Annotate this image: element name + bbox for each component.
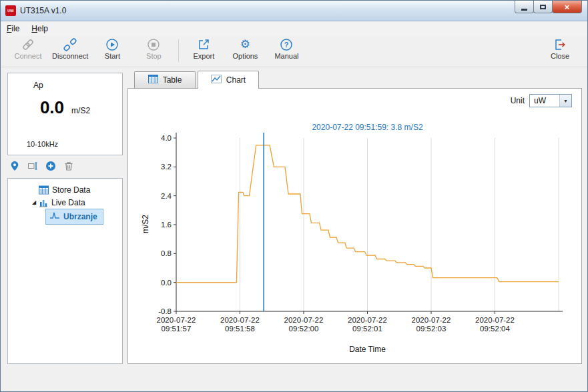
tab-chart[interactable]: Chart xyxy=(198,71,259,89)
tree-item-ubrzanje[interactable]: Ubrzanje xyxy=(45,209,103,225)
chart-svg[interactable]: 4.03.22.41.60.80.0-0.82020-07-2209:51:57… xyxy=(128,89,583,365)
svg-text:2020-07-22: 2020-07-22 xyxy=(284,316,324,324)
unit-select-value: uW xyxy=(530,95,559,107)
menu-help[interactable]: Help xyxy=(25,22,54,35)
reading-bandwidth: 10-10kHz xyxy=(27,140,58,148)
start-label: Start xyxy=(105,52,120,60)
chart-icon xyxy=(211,75,222,85)
maximize-button[interactable] xyxy=(533,1,553,13)
title-bar[interactable]: UNI UT315A v1.0 xyxy=(1,1,587,21)
play-icon xyxy=(105,38,119,51)
window-controls: × xyxy=(515,1,582,13)
svg-text:2020-07-22: 2020-07-22 xyxy=(412,316,451,324)
tab-chart-label: Chart xyxy=(226,75,246,85)
gear-icon: ⚙ xyxy=(240,38,250,51)
svg-text:09:51:58: 09:51:58 xyxy=(225,325,255,333)
window-title: UT315A v1.0 xyxy=(20,6,66,15)
svg-text:09:52:04: 09:52:04 xyxy=(480,325,510,333)
options-label: Options xyxy=(232,52,258,60)
toolbar-separator xyxy=(178,39,179,62)
data-tree: Store Data ◢ Live Data Ubrzanje xyxy=(7,178,123,364)
app-logo-icon: UNI xyxy=(5,5,16,16)
svg-text:-0.8: -0.8 xyxy=(158,307,172,315)
close-app-label: Close xyxy=(551,52,569,60)
svg-text:2.4: 2.4 xyxy=(161,192,172,200)
svg-text:3.2: 3.2 xyxy=(161,163,172,171)
store-data-icon xyxy=(39,185,49,195)
rename-icon xyxy=(27,161,38,171)
add-button[interactable] xyxy=(45,161,56,174)
svg-text:09:51:57: 09:51:57 xyxy=(162,325,192,333)
manual-label: Manual xyxy=(274,52,298,60)
trash-icon xyxy=(63,161,74,171)
tab-table[interactable]: Table xyxy=(134,71,196,88)
svg-text:2020-07-22: 2020-07-22 xyxy=(157,316,196,324)
minimize-button[interactable] xyxy=(515,1,534,13)
svg-text:09:52:03: 09:52:03 xyxy=(416,325,447,333)
options-button[interactable]: ⚙ Options xyxy=(224,38,266,60)
menu-bar: File Help xyxy=(1,21,587,36)
svg-text:4.0: 4.0 xyxy=(161,134,172,142)
stop-icon xyxy=(147,38,160,51)
tree-item-live-data[interactable]: ◢ Live Data xyxy=(8,196,122,209)
link-icon xyxy=(21,38,35,51)
delete-button[interactable] xyxy=(63,161,74,174)
svg-text:09:52:01: 09:52:01 xyxy=(352,325,382,333)
export-icon xyxy=(197,38,210,51)
toolbar: Connect Disconnect Start Stop Export xyxy=(1,36,587,67)
tree-item-store-data[interactable]: Store Data xyxy=(8,183,122,196)
export-button[interactable]: Export xyxy=(183,38,224,60)
svg-text:0.8: 0.8 xyxy=(161,249,172,257)
unit-selector-row: Unit uW ▼ xyxy=(511,94,572,107)
app-window: UNI UT315A v1.0 × File Help Connect Disc… xyxy=(0,0,588,392)
rename-button[interactable] xyxy=(27,161,38,174)
location-pin-icon xyxy=(9,161,20,171)
svg-text:0.0: 0.0 xyxy=(161,279,172,287)
series-icon xyxy=(49,211,60,223)
stop-button[interactable]: Stop xyxy=(133,38,174,60)
svg-text:2020-07-22: 2020-07-22 xyxy=(475,316,515,324)
connect-button[interactable]: Connect xyxy=(7,38,49,60)
close-app-button[interactable]: Close xyxy=(539,38,581,60)
connect-label: Connect xyxy=(15,52,42,60)
svg-text:09:52:00: 09:52:00 xyxy=(289,325,319,333)
minimize-icon xyxy=(521,9,527,11)
menu-file[interactable]: File xyxy=(1,22,25,35)
reading-value: 0.0 xyxy=(40,97,64,118)
location-pin-button[interactable] xyxy=(9,161,20,174)
start-button[interactable]: Start xyxy=(91,38,133,60)
stop-label: Stop xyxy=(146,52,162,60)
disconnect-button[interactable]: Disconnect xyxy=(49,38,91,60)
maximize-icon xyxy=(540,5,546,9)
tree-toolbar xyxy=(9,161,74,173)
svg-text:2020-07-22: 2020-07-22 xyxy=(348,316,387,324)
link-off-icon xyxy=(63,38,77,51)
svg-text:1.6: 1.6 xyxy=(161,221,172,229)
tab-table-label: Table xyxy=(163,75,182,85)
export-label: Export xyxy=(194,52,215,60)
exit-icon xyxy=(553,38,567,51)
ubrzanje-label: Ubrzanje xyxy=(63,212,97,221)
unit-label: Unit xyxy=(511,96,525,105)
store-data-label: Store Data xyxy=(52,185,90,195)
live-data-label: Live Data xyxy=(51,198,85,207)
table-icon xyxy=(148,75,158,85)
reading-mode: Ap xyxy=(33,81,43,90)
close-window-button[interactable]: × xyxy=(552,1,582,13)
chart-panel: Unit uW ▼ 2020-07-22 09:51:59: 3.8 m/S2 … xyxy=(127,88,582,364)
expand-triangle-icon[interactable]: ◢ xyxy=(29,199,39,205)
view-tabs: Table Chart xyxy=(134,71,261,88)
add-icon xyxy=(45,161,56,171)
live-data-icon xyxy=(39,198,48,207)
disconnect-label: Disconnect xyxy=(52,52,88,60)
question-icon: ? xyxy=(280,38,293,51)
svg-text:2020-07-22: 2020-07-22 xyxy=(220,316,260,324)
reading-panel: Ap 0.0 m/S2 10-10kHz xyxy=(7,73,123,155)
close-icon: × xyxy=(565,2,570,12)
manual-button[interactable]: ? Manual xyxy=(266,38,307,60)
svg-text:?: ? xyxy=(284,41,289,49)
reading-unit: m/S2 xyxy=(71,106,90,115)
unit-select[interactable]: uW ▼ xyxy=(529,94,572,107)
chevron-down-icon: ▼ xyxy=(559,95,571,107)
